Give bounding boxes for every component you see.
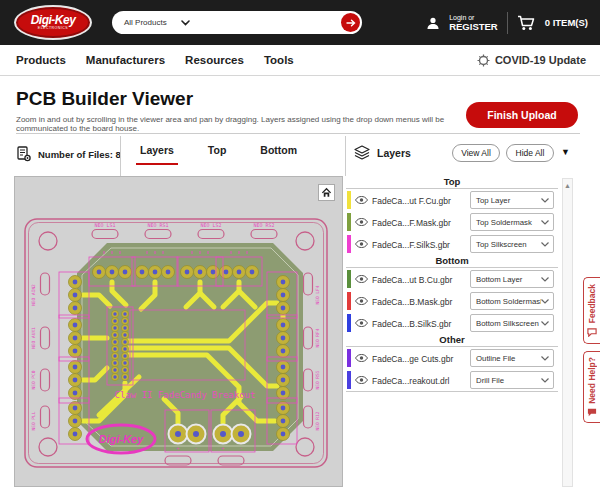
layers-panel-title: Layers — [354, 145, 411, 160]
divider — [345, 136, 346, 176]
search-category-select[interactable]: All Products — [112, 18, 167, 27]
layer-group-header-top: Top — [346, 176, 558, 189]
chevron-down-icon — [541, 277, 553, 282]
tab-top[interactable]: Top — [208, 144, 226, 165]
chevron-down-icon — [541, 220, 553, 225]
need-help-tab[interactable]: Need Help? — [583, 351, 600, 423]
login-register-link[interactable]: Login or REGISTER — [449, 14, 498, 32]
feedback-tab[interactable]: Feedback — [583, 277, 600, 344]
divider — [120, 136, 121, 176]
layer-filename: FadeCa...B.SilkS.gbr — [372, 319, 451, 329]
nav-item-resources[interactable]: Resources — [185, 54, 244, 66]
hide-all-button[interactable]: Hide All — [506, 144, 554, 162]
layer-assignment-dropdown[interactable]: Outline File — [470, 349, 554, 367]
logo-subtext: ELECTRONICS — [38, 26, 68, 30]
layer-group-header-other: Other — [346, 334, 558, 347]
nav-item-manufacturers[interactable]: Manufacturers — [86, 54, 165, 66]
layer-assignment-dropdown[interactable]: Top Layer — [470, 191, 554, 209]
polarity-mark: + — [176, 445, 179, 451]
layer-color-bar — [347, 235, 351, 253]
nav-item-products[interactable]: Products — [16, 54, 66, 66]
layer-row: FadeCa...B.Mask.gbr Bottom Soldermask — [346, 290, 558, 312]
view-tabs: Layers Top Bottom — [140, 144, 297, 165]
layer-color-bar — [347, 270, 351, 288]
cart-count[interactable]: 0 ITEM(S) — [545, 17, 588, 28]
board-title: Claw II FadeCandy Breakout — [115, 390, 256, 400]
board-label: NEO LF4 — [315, 285, 320, 304]
file-count: Number of Files: 8 — [16, 146, 121, 162]
layers-panel: Top FadeCa...ut F.Cu.gbr Top Layer FadeC… — [346, 176, 558, 392]
cart-icon[interactable] — [517, 15, 536, 31]
main-nav: Products Manufacturers Resources Tools C… — [0, 45, 600, 76]
layer-row: FadeCa...ut F.Cu.gbr Top Layer — [346, 189, 558, 211]
scroll-up-arrow-icon[interactable]: ▲ — [563, 182, 572, 189]
home-icon — [321, 187, 332, 198]
user-icon — [426, 16, 440, 30]
layer-assignment-dropdown[interactable]: Drill File — [470, 371, 554, 389]
board-label: NEO RS2 — [253, 222, 274, 228]
reset-view-home-button[interactable] — [318, 184, 335, 201]
header-actions: Login or REGISTER 0 ITEM(S) — [426, 0, 588, 45]
layer-group-header-bottom: Bottom — [346, 255, 558, 268]
layer-row: FadeCa...ut B.Cu.gbr Bottom Layer — [346, 268, 558, 290]
search-submit-button[interactable] — [341, 13, 360, 32]
board-label: NEO RF4 — [315, 328, 320, 347]
pcb-builder-app: Digi-Key ELECTRONICS All Products Login … — [0, 0, 600, 495]
layer-row: FadeCa...B.SilkS.gbr Bottom Silkscreen — [346, 312, 558, 334]
layer-color-bar — [347, 349, 351, 367]
layer-assignment-dropdown[interactable]: Bottom Silkscreen — [470, 314, 554, 332]
nav-item-tools[interactable]: Tools — [264, 54, 294, 66]
layer-color-bar — [347, 371, 351, 389]
chevron-down-icon — [541, 242, 553, 247]
eye-icon[interactable] — [355, 319, 368, 327]
pcb-viewer-canvas[interactable]: NEO LS1 NEO RS1 NEO LS2 NEO RS2 NEO AIN2… — [14, 176, 343, 487]
layer-color-bar — [347, 292, 351, 310]
layer-row: FadeCa...F.SilkS.gbr Top Silkscreen — [346, 233, 558, 255]
eye-icon[interactable] — [355, 218, 368, 226]
covid-update-link[interactable]: COVID-19 Update — [477, 54, 586, 67]
chevron-down-icon — [541, 198, 553, 203]
eye-icon[interactable] — [355, 240, 368, 248]
view-all-button[interactable]: View All — [452, 144, 500, 162]
eye-icon[interactable] — [355, 376, 368, 384]
chevron-down-icon[interactable] — [181, 20, 190, 26]
eye-icon[interactable] — [355, 354, 368, 362]
search-input[interactable] — [190, 18, 341, 28]
chevron-down-icon — [541, 356, 553, 361]
board-label: NEO LS2 — [200, 222, 221, 228]
layer-filename: FadeCa...B.Mask.gbr — [372, 297, 452, 307]
layer-filename: FadeCa...ge Cuts.gbr — [372, 354, 453, 364]
board-label: NEO PLL — [31, 411, 36, 430]
divider — [346, 391, 558, 392]
tab-bottom[interactable]: Bottom — [260, 144, 297, 165]
page-title: PCB Builder Viewer — [16, 88, 193, 110]
collapse-panel-caret-icon[interactable]: ▼ — [561, 147, 570, 157]
layer-assignment-dropdown[interactable]: Top Silkscreen — [470, 235, 554, 253]
logo-text: Digi-Key — [31, 15, 76, 26]
svg-text:Digi-Key: Digi-Key — [99, 433, 145, 445]
finish-upload-button[interactable]: Finish Upload — [466, 102, 578, 128]
board-label: NEO AUX1 — [31, 327, 36, 349]
board-label: NEO R12 — [315, 411, 320, 430]
layer-row: FadeCa...F.Mask.gbr Top Soldermask — [346, 211, 558, 233]
layer-assignment-dropdown[interactable]: Bottom Soldermask — [470, 292, 554, 310]
eye-icon[interactable] — [355, 196, 368, 204]
tab-layers[interactable]: Layers — [140, 144, 174, 165]
layer-assignment-dropdown[interactable]: Bottom Layer — [470, 270, 554, 288]
arrow-right-icon — [346, 19, 356, 27]
polarity-mark: + — [221, 445, 224, 451]
eye-icon[interactable] — [355, 297, 368, 305]
layer-color-bar — [347, 213, 351, 231]
panel-scrollbar[interactable]: ▲ — [562, 178, 573, 487]
site-header: Digi-Key ELECTRONICS All Products Login … — [0, 0, 600, 45]
layer-assignment-dropdown[interactable]: Top Soldermask — [470, 213, 554, 231]
digikey-logo[interactable]: Digi-Key ELECTRONICS — [14, 5, 92, 40]
board-label: NEO RS1 — [147, 222, 168, 228]
layer-filename: FadeCa...ut F.Cu.gbr — [372, 196, 451, 206]
layer-filename: FadeCa...F.SilkS.gbr — [372, 240, 450, 250]
viewer-toolbar: Number of Files: 8 Layers Top Bottom Lay… — [0, 134, 600, 176]
layer-filename: FadeCa...reakout.drl — [372, 376, 449, 386]
eye-icon[interactable] — [355, 275, 368, 283]
files-icon — [16, 146, 32, 162]
covid-icon — [477, 54, 490, 67]
